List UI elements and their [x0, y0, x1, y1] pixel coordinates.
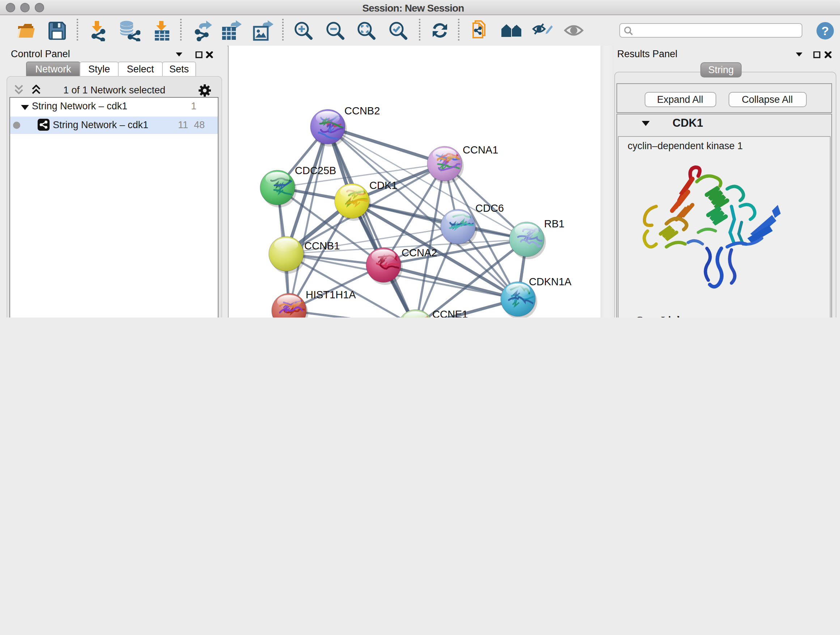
svg-text:?: ?	[821, 24, 829, 38]
svg-text:HIST1H1A: HIST1H1A	[306, 289, 356, 301]
svg-text:CDC6: CDC6	[475, 203, 504, 214]
svg-text:RB1: RB1	[544, 218, 564, 230]
svg-text:CCNA2: CCNA2	[401, 247, 437, 258]
svg-text:CCNA1: CCNA1	[463, 144, 498, 156]
svg-text:CCNB2: CCNB2	[344, 105, 380, 117]
svg-text:CDKN1A: CDKN1A	[529, 276, 572, 287]
svg-text:CCNB1: CCNB1	[304, 240, 340, 252]
svg-text:CDC25B: CDC25B	[295, 165, 336, 176]
svg-text:CDK1: CDK1	[369, 180, 397, 191]
svg-text:CCNE1: CCNE1	[432, 309, 468, 318]
